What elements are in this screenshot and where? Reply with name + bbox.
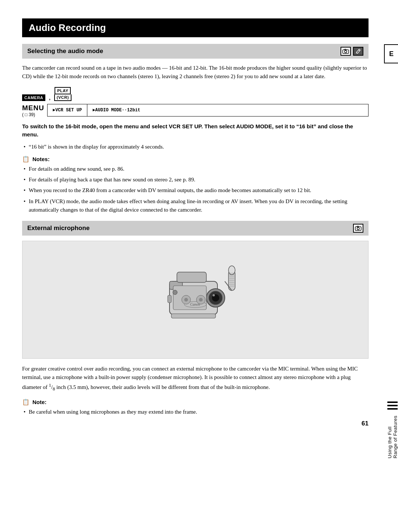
- note-item-2: For details of playing back a tape that …: [29, 175, 369, 184]
- note-header: 📋 Note:: [22, 399, 369, 406]
- sidebar-line-3: [387, 408, 398, 410]
- svg-point-33: [199, 298, 203, 302]
- section1-icons: [341, 47, 363, 56]
- mode-badges-row: CAMERA , PLAY (VCR): [22, 87, 369, 101]
- sidebar-rotated-label: Using the Full Range of Features: [387, 415, 398, 458]
- play-vcr-mode-badge-line1: PLAY: [55, 87, 71, 94]
- sidebar-lines-decoration: [387, 401, 398, 410]
- note-item-1: For details on adding new sound, see p. …: [29, 165, 369, 173]
- menu-flow-item2: ►AUDIO MODE··12bit: [87, 104, 146, 116]
- svg-rect-28: [168, 295, 171, 303]
- svg-point-1: [345, 51, 347, 53]
- comma-separator: ,: [49, 95, 50, 101]
- svg-point-10: [213, 294, 215, 296]
- section1-header-text: Selecting the audio mode: [27, 48, 103, 55]
- camera-icon-2: [353, 224, 363, 233]
- right-sidebar: E Using the Full Range of Features: [379, 0, 398, 532]
- notes-label: Notes:: [32, 156, 50, 162]
- note-icon: 📋: [22, 399, 29, 406]
- section2-icon: [353, 224, 363, 233]
- menu-label-block: MENU ( □ 39): [22, 104, 44, 117]
- bold-instruction: To switch to the 16-bit mode, open the m…: [22, 122, 369, 139]
- page-number: 61: [22, 420, 369, 427]
- svg-rect-12: [177, 272, 206, 282]
- page-title: Audio Recording: [22, 18, 369, 37]
- note-ext-mic: Be careful when using long microphones a…: [29, 408, 369, 416]
- sidebar-line-2: [387, 405, 398, 406]
- note-label: Note:: [32, 399, 46, 405]
- svg-point-27: [173, 290, 177, 295]
- section2: External microphone: [22, 221, 369, 416]
- notes-list: For details on adding new sound, see p. …: [22, 165, 369, 214]
- menu-flow-item1: ►VCR SET UP: [48, 104, 87, 116]
- note-item-3: When you record to the ZR40 from a camco…: [29, 186, 369, 195]
- svg-rect-29: [171, 314, 216, 318]
- svg-point-14: [228, 266, 235, 275]
- section1-header: Selecting the audio mode: [22, 44, 369, 59]
- camera-mode-badge: CAMERA: [22, 94, 45, 101]
- svg-point-4: [357, 227, 359, 230]
- sidebar-line-1: [387, 401, 398, 403]
- sidebar-rotated-text: Using the Full Range of Features: [387, 401, 398, 458]
- menu-word: MENU: [22, 104, 44, 112]
- pencil-icon: [353, 47, 363, 56]
- menu-ref: ( □ 39): [22, 112, 35, 117]
- section2-header: External microphone: [22, 221, 369, 236]
- menu-flow-section: MENU ( □ 39) ►VCR SET UP ►AUDIO MODE··12…: [22, 104, 369, 117]
- menu-flow-diagram: ►VCR SET UP ►AUDIO MODE··12bit: [47, 104, 369, 117]
- tab-e: E: [384, 44, 398, 63]
- play-vcr-mode-badge-line2: (VCR): [54, 94, 71, 101]
- svg-point-31: [184, 298, 188, 302]
- camcorder-image: Canon: [22, 241, 369, 359]
- section1-body: The camcorder can record sound on a tape…: [22, 64, 369, 81]
- bullet-16bit: “16 bit” is shown in the display for app…: [29, 143, 369, 151]
- camera-icon: [341, 47, 351, 56]
- notes-header: 📋 Notes:: [22, 156, 369, 163]
- notes-icon: 📋: [22, 156, 29, 163]
- section2-header-text: External microphone: [27, 225, 90, 232]
- note-item-4: In PLAY (VCR) mode, the audio mode takes…: [29, 197, 369, 215]
- section2-body: For greater creative control over audio …: [22, 365, 369, 393]
